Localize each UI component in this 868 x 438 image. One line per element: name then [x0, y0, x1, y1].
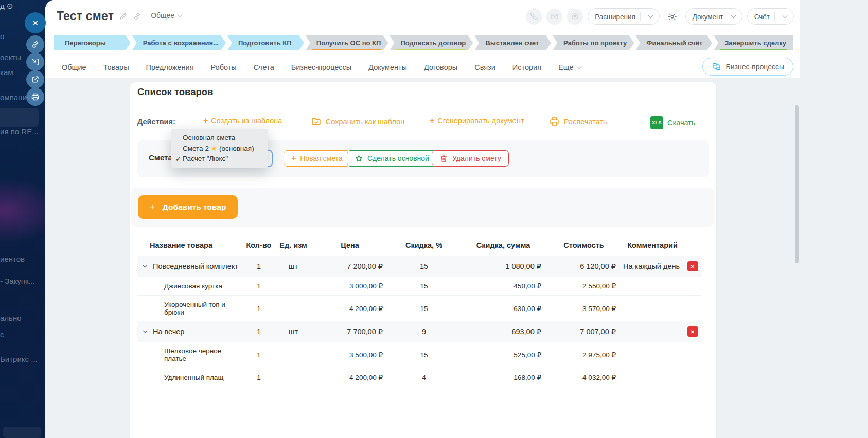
- action-folder-link[interactable]: Сохранить как шаблон: [311, 116, 404, 127]
- pipeline-stage[interactable]: Работы по проекту: [553, 35, 634, 50]
- product-discount-pct: 15: [388, 277, 460, 296]
- product-unit: шт: [275, 321, 312, 342]
- edit-title-icon[interactable]: [119, 12, 128, 21]
- column-header: Цена: [312, 236, 388, 256]
- action-printer-link[interactable]: Распечатать: [549, 116, 607, 127]
- document-button[interactable]: Документ: [685, 8, 742, 25]
- sidebar-item-fragment[interactable]: оекты: [0, 53, 21, 62]
- close-slider-button[interactable]: ✕: [25, 12, 46, 33]
- sidebar-item-fragment[interactable]: - Закупк...: [0, 277, 35, 285]
- actions-row: Действия: +Создать из шаблонаСохранить к…: [137, 116, 709, 129]
- pipeline-stage[interactable]: Финальный счёт: [635, 35, 712, 50]
- tab-more[interactable]: Еще: [558, 63, 581, 71]
- extensions-button[interactable]: Расширения: [588, 8, 660, 25]
- expand-row-icon[interactable]: [141, 263, 149, 270]
- estimate-option[interactable]: ✓Расчет "Люкс": [171, 153, 268, 163]
- title-row: Тест смет Общее: [57, 9, 182, 23]
- pipeline-stage[interactable]: Выставлен счет: [474, 35, 551, 50]
- tab-общие[interactable]: Общие: [62, 63, 86, 71]
- action-xls-link[interactable]: XLSСкачать: [650, 116, 695, 129]
- trash-icon: [439, 154, 448, 163]
- product-total: 6 120,00 ₽: [546, 256, 621, 277]
- table-row: На вечер1шт7 700,00 ₽9693,00 ₽7 007,00 ₽…: [137, 321, 701, 342]
- pipeline-stage[interactable]: Подписать договор: [389, 35, 473, 50]
- collapse-button[interactable]: [26, 53, 44, 71]
- tab-история[interactable]: История: [512, 63, 541, 71]
- sidebar-item-fragment[interactable]: кам: [0, 68, 13, 77]
- tab-роботы[interactable]: Роботы: [211, 63, 237, 71]
- expand-row-icon[interactable]: [141, 328, 149, 335]
- product-discount-pct: 15: [388, 342, 460, 368]
- action-label: Сохранить как шаблон: [326, 118, 404, 126]
- stage-label: Финальный счёт: [646, 39, 710, 47]
- sidebar-item-fragment[interactable]: с: [0, 330, 4, 339]
- product-discount-sum: 630,00 ₽: [460, 296, 546, 322]
- delete-row-button[interactable]: ✕: [687, 261, 698, 271]
- action-plus-link[interactable]: +Создать из шаблона: [203, 116, 282, 125]
- pipeline-stage[interactable]: Подготовить КП: [227, 35, 304, 50]
- table-row: Укороченный топ и брюки14 200,00 ₽15630,…: [137, 296, 701, 322]
- pipeline-stage[interactable]: Работа с возражения...: [132, 35, 226, 50]
- vertical-scrollbar-thumb[interactable]: [795, 105, 799, 263]
- pipeline-stage[interactable]: Получить ОС по КП: [306, 35, 388, 50]
- products-table: Название товараКол-воЕд. измЦенаСкидка, …: [137, 236, 701, 387]
- business-processes-label: Бизнес-процессы: [726, 63, 784, 71]
- tab-бизнес-процессы[interactable]: Бизнес-процессы: [291, 63, 352, 71]
- deal-category-selector[interactable]: Общее: [151, 11, 182, 21]
- product-price: 7 200,00 ₽: [312, 256, 388, 277]
- column-header: Комментарий: [621, 236, 684, 256]
- sidebar-item-fragment[interactable]: д ⊙: [0, 2, 13, 11]
- estimate-option[interactable]: Смета 2 ★ (основная): [171, 142, 268, 153]
- chat-button[interactable]: [567, 9, 583, 25]
- chevron-down-icon: [731, 13, 736, 19]
- pipeline-stage[interactable]: Переговоры: [54, 35, 131, 50]
- product-price: 4 200,00 ₽: [312, 368, 388, 387]
- stage-label: Завершить сделку: [724, 39, 793, 47]
- tab-предложения[interactable]: Предложения: [146, 63, 194, 71]
- sidebar-item-fragment[interactable]: ия по RE...: [0, 127, 39, 136]
- stage-label: Работы по проекту: [563, 39, 634, 47]
- invoice-label: Счёт: [754, 13, 770, 21]
- make-primary-button[interactable]: Сделать основной: [347, 150, 437, 167]
- folder-icon: [311, 116, 322, 127]
- settings-gear-button[interactable]: [664, 8, 681, 25]
- action-label: Скачать: [667, 119, 695, 127]
- call-button[interactable]: [526, 9, 542, 25]
- star-icon: ★: [211, 144, 218, 152]
- business-processes-button[interactable]: Бизнес-процессы: [702, 58, 793, 76]
- stage-term-indicator: [720, 49, 787, 50]
- email-button[interactable]: [546, 9, 562, 25]
- delete-estimate-button[interactable]: Удалить смету: [432, 150, 509, 167]
- pipeline-stage[interactable]: Завершить сделку: [714, 35, 793, 50]
- page-title: Тест смет: [57, 9, 114, 23]
- estimate-button-label: Сделать основной: [367, 154, 429, 162]
- product-unit: [275, 277, 312, 296]
- stage-label: Получить ОС по КП: [316, 39, 388, 47]
- product-qty: 1: [243, 296, 275, 322]
- tab-счета[interactable]: Счета: [254, 63, 274, 71]
- tab-товары[interactable]: Товары: [103, 63, 129, 71]
- print-slider-button[interactable]: [26, 88, 44, 106]
- copy-link-button[interactable]: [26, 35, 44, 53]
- product-name: Укороченный топ и брюки: [164, 301, 241, 316]
- estimate-option[interactable]: Основная смета: [171, 132, 268, 142]
- deal-slider-panel: Тест смет Общее Расширения: [45, 0, 800, 438]
- product-name: Джинсовая куртка: [164, 282, 222, 290]
- sidebar-item-fragment[interactable]: иентов: [0, 254, 25, 263]
- chevron-down-icon: [648, 13, 653, 19]
- open-new-tab-button[interactable]: [26, 70, 44, 88]
- action-plus-link[interactable]: +Сгенерировать документ: [430, 116, 524, 125]
- sidebar-item-fragment[interactable]: о: [0, 32, 4, 41]
- tab-документы[interactable]: Документы: [368, 63, 407, 71]
- copy-link-icon[interactable]: [133, 12, 141, 21]
- new-estimate-button[interactable]: +Новая смета: [284, 150, 350, 167]
- add-product-button[interactable]: + Добавить товар: [138, 195, 238, 219]
- table-row: Джинсовая куртка13 000,00 ₽15450,00 ₽2 5…: [137, 277, 701, 296]
- sidebar-item-fragment[interactable]: ально: [0, 314, 22, 322]
- delete-row-button[interactable]: ✕: [687, 326, 698, 337]
- invoice-button[interactable]: Счёт: [747, 8, 794, 25]
- xls-icon: XLS: [650, 116, 663, 129]
- tab-договоры[interactable]: Договоры: [424, 63, 457, 71]
- tab-связи[interactable]: Связи: [474, 63, 495, 71]
- sidebar-item-fragment[interactable]: Битрикс ...: [0, 355, 38, 363]
